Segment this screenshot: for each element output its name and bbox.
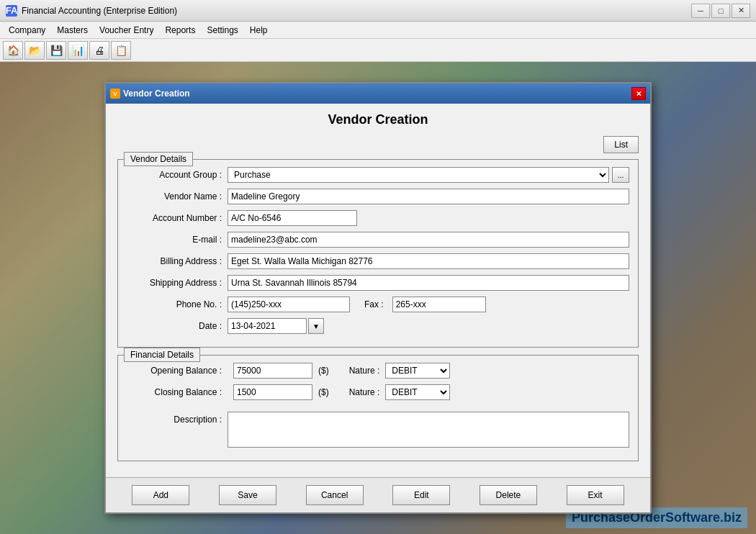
app-icon: FA <box>6 5 17 17</box>
list-btn-row: List <box>117 136 639 153</box>
dialog-body: Vendor Creation List Vendor Details Acco… <box>106 104 650 477</box>
dialog-title-text: Vendor Creation <box>123 89 190 99</box>
minimize-button[interactable]: ─ <box>691 4 710 18</box>
account-number-label: Account Number : <box>127 213 228 223</box>
dialog-title-bar: V Vendor Creation ✕ <box>106 83 650 104</box>
vendor-creation-dialog: V Vendor Creation ✕ Vendor Creation List… <box>104 82 652 514</box>
fax-input[interactable] <box>392 297 486 312</box>
delete-button[interactable]: Delete <box>480 485 537 505</box>
account-number-row: Account Number : <box>127 210 629 226</box>
description-row: Description : <box>127 412 629 448</box>
account-group-label: Account Group : <box>127 170 228 180</box>
account-group-row: Account Group : Purchase ... <box>127 167 629 183</box>
opening-nature-select[interactable]: DEBIT CREDIT <box>385 363 450 379</box>
toolbar: 🏠 📂 💾 📊 🖨 📋 <box>0 39 756 62</box>
closing-currency-label: ($) <box>318 387 329 397</box>
main-area: V Vendor Creation ✕ Vendor Creation List… <box>0 62 756 534</box>
list-button[interactable]: List <box>603 136 639 153</box>
account-number-input[interactable] <box>228 210 357 226</box>
email-row: E-mail : <box>127 232 629 248</box>
account-group-browse-btn[interactable]: ... <box>612 167 629 183</box>
opening-balance-input[interactable] <box>233 363 312 379</box>
description-textarea[interactable] <box>228 412 629 448</box>
app-title: Financial Accounting (Enterprise Edition… <box>22 6 177 16</box>
restore-button[interactable]: □ <box>711 4 730 18</box>
dialog-close-button[interactable]: ✕ <box>631 87 646 100</box>
financial-details-label-btn[interactable]: Financial Details <box>124 348 200 362</box>
opening-nature-label: Nature : <box>349 366 380 376</box>
vendor-name-input[interactable] <box>228 189 629 204</box>
financial-details-section: Financial Details Opening Balance : ($) … <box>117 355 639 461</box>
menu-reports[interactable]: Reports <box>159 24 201 37</box>
billing-address-row: Billing Address : <box>127 253 629 269</box>
closing-balance-label: Closing Balance : <box>127 387 228 397</box>
opening-balance-row: Opening Balance : ($) Nature : DEBIT CRE… <box>127 363 629 379</box>
toolbar-btn-chart[interactable]: 📊 <box>68 41 88 60</box>
add-button[interactable]: Add <box>132 485 189 505</box>
date-row: Date : ▼ <box>127 318 629 334</box>
menu-bar: Company Masters Voucher Entry Reports Se… <box>0 22 756 39</box>
dialog-icon: V <box>110 89 120 99</box>
toolbar-btn-open[interactable]: 📂 <box>24 41 45 60</box>
edit-button[interactable]: Edit <box>392 485 450 505</box>
menu-settings[interactable]: Settings <box>201 24 243 37</box>
phone-label: Phone No. : <box>127 299 228 309</box>
fax-label: Fax : <box>364 299 384 309</box>
shipping-address-input[interactable] <box>228 275 629 291</box>
billing-address-label: Billing Address : <box>127 256 228 266</box>
menu-masters[interactable]: Masters <box>51 24 94 37</box>
window-controls: ─ □ ✕ <box>691 4 750 18</box>
closing-balance-row: Closing Balance : ($) Nature : DEBIT CRE… <box>127 384 629 400</box>
vendor-name-row: Vendor Name : <box>127 189 629 204</box>
shipping-address-row: Shipping Address : <box>127 275 629 291</box>
closing-nature-label: Nature : <box>349 387 380 397</box>
cancel-button[interactable]: Cancel <box>306 485 364 505</box>
toolbar-btn-clipboard[interactable]: 📋 <box>111 41 131 60</box>
vendor-details-section: Vendor Details Account Group : Purchase … <box>117 159 639 348</box>
exit-button[interactable]: Exit <box>567 485 624 505</box>
closing-balance-input[interactable] <box>233 384 312 400</box>
billing-address-input[interactable] <box>228 253 629 269</box>
phone-input[interactable] <box>228 297 350 312</box>
menu-company[interactable]: Company <box>3 24 51 37</box>
opening-currency-label: ($) <box>318 366 329 376</box>
bottom-buttons: Add Save Cancel Edit Delete Exit <box>106 477 650 512</box>
save-button[interactable]: Save <box>219 485 276 505</box>
title-bar: FA Financial Accounting (Enterprise Edit… <box>0 0 756 22</box>
phone-fax-row: Phone No. : Fax : <box>127 297 629 312</box>
dialog-heading: Vendor Creation <box>117 112 639 127</box>
toolbar-btn-save[interactable]: 💾 <box>46 41 66 60</box>
opening-balance-label: Opening Balance : <box>127 366 228 376</box>
menu-help[interactable]: Help <box>244 24 274 37</box>
toolbar-btn-home[interactable]: 🏠 <box>3 41 23 60</box>
closing-nature-select[interactable]: DEBIT CREDIT <box>385 384 450 400</box>
menu-voucher-entry[interactable]: Voucher Entry <box>94 24 159 37</box>
date-label: Date : <box>127 321 228 331</box>
email-label: E-mail : <box>127 235 228 245</box>
vendor-details-label-btn[interactable]: Vendor Details <box>124 152 193 166</box>
vendor-name-label: Vendor Name : <box>127 191 228 202</box>
date-picker-btn[interactable]: ▼ <box>308 318 324 334</box>
account-group-select[interactable]: Purchase <box>228 167 609 183</box>
email-input[interactable] <box>228 232 629 248</box>
toolbar-btn-print[interactable]: 🖨 <box>89 41 109 60</box>
close-button[interactable]: ✕ <box>732 4 750 18</box>
description-label: Description : <box>127 412 228 425</box>
date-input[interactable] <box>228 318 307 334</box>
shipping-address-label: Shipping Address : <box>127 278 228 288</box>
